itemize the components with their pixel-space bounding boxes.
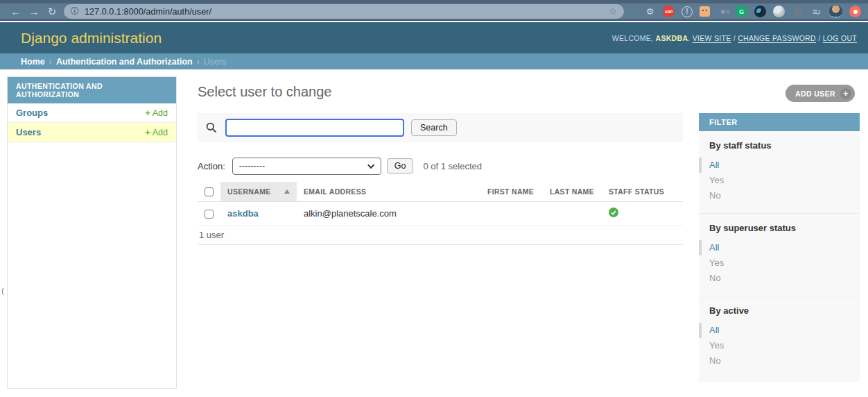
- filter-header: FILTER: [699, 113, 860, 131]
- filter-option-all[interactable]: All: [699, 158, 849, 173]
- reload-icon[interactable]: ↻: [43, 6, 61, 18]
- users-link[interactable]: Users: [16, 127, 41, 137]
- gear-extension-icon[interactable]: ⚙: [644, 6, 656, 17]
- search-icon: [206, 122, 217, 133]
- view-site-link[interactable]: VIEW SITE: [693, 34, 731, 42]
- add-user-link[interactable]: + Add: [145, 127, 168, 137]
- sidebar-item-users[interactable]: Users + Add: [8, 123, 176, 142]
- stray-artifact: (: [1, 287, 4, 295]
- column-header-username[interactable]: USERNAME: [220, 182, 297, 201]
- first-name-cell: [480, 201, 543, 225]
- browser-toolbar: ← → ↻ ⓘ 127.0.0.1:8000/admin/auth/user/ …: [0, 0, 868, 21]
- plus-icon: +: [840, 88, 851, 99]
- sidebar-item-groups[interactable]: Groups + Add: [8, 103, 176, 123]
- column-header-last-name: LAST NAME: [543, 182, 602, 201]
- audio-dots-extension-icon[interactable]: [717, 6, 729, 17]
- plus-icon: +: [145, 127, 150, 137]
- puzzle-extensions-icon[interactable]: [792, 6, 804, 17]
- filter-option-yes[interactable]: Yes: [709, 255, 849, 271]
- column-header-first-name: FIRST NAME: [480, 182, 543, 201]
- column-header-staff-status: STAFF STATUS: [602, 182, 683, 201]
- forward-icon[interactable]: →: [25, 6, 43, 17]
- user-tools: WELCOME, ASKDBA. VIEW SITE / CHANGE PASS…: [612, 34, 857, 42]
- email-cell: alkin@planetscale.com: [297, 201, 480, 225]
- filter-option-yes[interactable]: Yes: [709, 173, 849, 188]
- profile-avatar[interactable]: [829, 5, 842, 18]
- face-extension-icon[interactable]: [700, 6, 710, 17]
- filter-section-title: By staff status: [709, 140, 849, 151]
- admin-header: Django administration WELCOME, ASKDBA. V…: [0, 22, 868, 53]
- results-divider: [198, 244, 683, 245]
- actions-bar: Action: --------- Go 0 of 1 selected: [198, 157, 683, 175]
- search-toolbar: Search: [198, 113, 683, 142]
- current-username: ASKDBA: [656, 34, 688, 42]
- plus-icon: +: [145, 108, 150, 118]
- filter-option-no[interactable]: No: [709, 188, 849, 203]
- alert-extension-icon[interactable]: !: [682, 6, 693, 17]
- filter-section-active: By active All Yes No: [699, 296, 860, 378]
- action-select[interactable]: ---------: [232, 158, 381, 175]
- row-checkbox[interactable]: [205, 210, 214, 219]
- site-branding[interactable]: Django administration: [21, 30, 162, 47]
- eye-extension-icon[interactable]: [754, 6, 766, 17]
- breadcrumb-home[interactable]: Home: [21, 57, 45, 67]
- app-sidebar: AUTHENTICATION AND AUTHORIZATION Groups …: [7, 76, 177, 389]
- filter-option-no[interactable]: No: [709, 271, 849, 286]
- filter-section-title: By active: [709, 305, 849, 316]
- column-header-email[interactable]: EMAIL ADDRESS: [297, 182, 480, 201]
- url-text: 127.0.0.1:8000/admin/auth/user/: [85, 7, 211, 17]
- add-user-button[interactable]: ADD USER +: [785, 85, 855, 102]
- breadcrumb-auth[interactable]: Authentication and Authorization: [56, 57, 193, 67]
- filter-option-all[interactable]: All: [699, 240, 849, 255]
- filter-option-yes[interactable]: Yes: [709, 338, 849, 353]
- app-module-header: AUTHENTICATION AND AUTHORIZATION: [8, 77, 176, 103]
- search-button[interactable]: Search: [411, 119, 457, 136]
- breadcrumb-current: Users: [204, 57, 227, 67]
- breadcrumb-separator: ›: [197, 57, 200, 67]
- user-row-link[interactable]: askdba: [227, 208, 259, 219]
- go-button[interactable]: Go: [387, 158, 414, 174]
- address-bar[interactable]: ⓘ 127.0.0.1:8000/admin/auth/user/ ☆: [64, 4, 624, 19]
- table-header-row: USERNAME EMAIL ADDRESS FIRST NAME LAST N…: [198, 182, 683, 201]
- globe-extension-icon[interactable]: [773, 6, 785, 17]
- sort-ascending-icon[interactable]: [284, 189, 290, 194]
- filter-section-title: By superuser status: [709, 223, 849, 233]
- filter-option-no[interactable]: No: [709, 353, 849, 369]
- search-input[interactable]: [225, 119, 404, 137]
- chevron-down-icon: [367, 162, 374, 169]
- grammarly-extension-icon[interactable]: G: [736, 6, 747, 17]
- filter-panel: FILTER By staff status All Yes No By sup…: [699, 113, 860, 382]
- bookmark-star-icon[interactable]: ☆: [609, 6, 617, 17]
- action-label: Action:: [198, 161, 225, 171]
- breadcrumb: Home › Authentication and Authorization …: [0, 53, 868, 69]
- staff-yes-icon: [609, 209, 618, 219]
- site-info-icon[interactable]: ⓘ: [71, 6, 79, 17]
- result-count: 1 user: [199, 230, 224, 240]
- groups-link[interactable]: Groups: [16, 108, 48, 118]
- welcome-text: WELCOME,: [612, 34, 654, 42]
- back-icon[interactable]: ←: [7, 6, 25, 17]
- filter-option-all[interactable]: All: [699, 323, 849, 338]
- filter-section-staff-status: By staff status All Yes No: [699, 131, 860, 214]
- breadcrumb-separator: ›: [49, 57, 52, 67]
- page-title: Select user to change: [198, 84, 331, 100]
- change-password-link[interactable]: CHANGE PASSWORD: [738, 34, 816, 42]
- last-name-cell: [543, 201, 602, 225]
- staff-status-cell: [602, 201, 683, 225]
- results-table: USERNAME EMAIL ADDRESS FIRST NAME LAST N…: [198, 182, 683, 226]
- adblock-extension-icon[interactable]: ABP: [663, 6, 675, 17]
- select-all-checkbox[interactable]: [205, 187, 214, 196]
- log-out-link[interactable]: LOG OUT: [823, 34, 857, 42]
- add-group-link[interactable]: + Add: [145, 108, 168, 118]
- selection-counter: 0 of 1 selected: [423, 161, 482, 171]
- table-row: askdba alkin@planetscale.com: [198, 201, 683, 225]
- red-extension-icon[interactable]: [849, 6, 861, 17]
- media-list-icon[interactable]: ≡♪: [810, 6, 822, 17]
- filter-section-superuser-status: By superuser status All Yes No: [699, 214, 860, 296]
